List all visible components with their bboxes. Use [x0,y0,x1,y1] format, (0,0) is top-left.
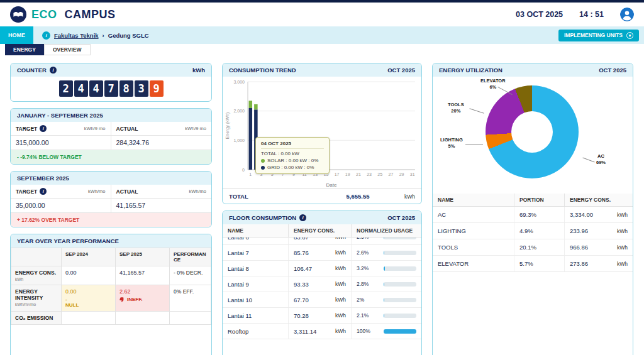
donut-label-lighting: LIGHTING5% [440,137,463,150]
floor-name: Rooftop [223,324,289,339]
tooltip-solar: SOLAR : 0.00 kW : 0% [267,158,318,163]
floor-name: Lantai 10 [223,292,289,307]
floor-table-rows[interactable]: Lantai 683.67kWh2.5%Lantai 785.76kWh2.6%… [223,238,421,355]
target-value: 35,000.00 [11,199,111,213]
svg-text:1,000: 1,000 [233,138,245,143]
svg-text:25: 25 [377,172,382,177]
yoy-metric: ENERGY CONS.kWh [11,266,62,285]
consumption-trend-chart[interactable]: 01,0002,0003,000135791113151719212325272… [223,77,421,188]
floor-row-lantai-10: Lantai 1067.70kWh2% [223,292,421,308]
header-time: 14 : 51 [579,10,604,19]
actual-label: ACTUAL [116,126,138,132]
floor-normalized: 2.5% [352,238,421,244]
floor-normalized: 100% [352,324,421,339]
yoy-table: SEP 2024SEP 2025PERFORMANCE ENERGY CONS.… [11,248,211,325]
floor-row-rooftop: Rooftop3,311.14kWh100% [223,324,421,339]
floor-row-lantai-6: Lantai 683.67kWh2.5% [223,238,421,245]
yoy-column-header: SEP 2024 [62,248,116,266]
yoy-card: YEAR OVER YEAR PERFORMANCE SEP 2024SEP 2… [10,234,212,355]
svg-text:3,000: 3,000 [233,80,245,84]
svg-text:31: 31 [410,172,415,177]
utilization-row-elevator: ELEVATOR5.7%273.86kWh [433,256,633,272]
dashboard-content: COUNTER i kWh 2447839 JANUARY - SEPTEMBE… [0,55,644,355]
target-info-icon[interactable]: i [40,188,47,195]
tab-overview[interactable]: OVERVIEW [44,44,91,55]
floor-table-header: NAME ENERGY CONS. NORMALIZED USAGE [223,224,421,238]
yoy-column-header: SEP 2025 [116,248,170,266]
svg-text:19: 19 [345,172,350,177]
trend-period: OCT 2025 [387,67,415,74]
thumbs-down-icon [119,297,125,302]
floor-normalized: 2.1% [352,308,421,323]
ecocampus-logo-icon [10,6,26,23]
utilization-row-tools: TOOLS20.1%966.86kWh [433,239,633,256]
tab-energy[interactable]: ENERGY [5,44,44,55]
floor-info-icon[interactable]: i [299,214,306,221]
chevron-down-icon: ▾ [626,32,633,39]
counter-digit: 2 [59,80,73,97]
util-name: LIGHTING [433,223,514,239]
floor-col-energy: ENERGY CONS. [289,224,352,237]
utilization-row-ac: AC69.3%3,334.00kWh [433,207,633,223]
util-energy: 966.86kWh [565,239,633,255]
counter-info-icon[interactable]: i [50,67,57,74]
donut-label-elevator: ELEVATOR6% [480,78,506,90]
yoy-prev-value [62,312,116,325]
usage-bar [384,329,416,334]
implementing-units-button[interactable]: IMPLEMENTING UNITS ▾ [558,30,639,41]
floor-name: Lantai 11 [223,308,289,323]
total-unit: kWh [404,194,415,200]
floor-col-normalized: NORMALIZED USAGE [352,224,421,237]
util-energy: 233.96kWh [565,223,633,239]
svg-text:Date: Date [326,182,337,188]
utilization-table-rows: AC69.3%3,334.00kWhLIGHTING4.9%233.96kWhT… [433,207,633,272]
yoy-curr-value: 41,165.57 [116,266,170,285]
brand-campus: CAMPUS [65,8,116,21]
energy-utilization-donut-chart[interactable]: ELEVATOR6% TOOLS20% LIGHTING5% AC69% [433,77,633,194]
usage-bar [384,251,416,255]
util-name: AC [433,207,514,222]
building-info-icon[interactable]: i [42,31,50,40]
svg-text:Energy (kWh): Energy (kWh) [225,112,230,139]
donut-callout-line [465,145,483,145]
breadcrumb-link-fakultas-teknik[interactable]: Fakultas Teknik [54,32,99,39]
breadcrumb-separator: › [103,32,104,39]
target-label: TARGET [16,188,37,195]
usage-bar [384,282,416,287]
tabs-row: ENERGY OVERVIEW [0,44,644,55]
floor-name: Lantai 9 [223,276,289,292]
consumption-trend-card: CONSUMPTION TREND OCT 2025 01,0002,0003,… [222,63,422,204]
yoy-row: CO₂ EMISSION [11,312,211,325]
floor-normalized: 2.6% [352,245,421,260]
util-energy: 273.86kWh [565,256,633,271]
floor-consumption-card: FLOOR CONSUMPTION i OCT 2025 NAME ENERGY… [222,210,422,355]
utilization-table-header: NAME PORTION ENERGY CONS. [433,194,633,207]
utilization-title: ENERGY UTILIZATION [439,67,502,74]
actual-label: ACTUAL [116,188,138,195]
user-avatar[interactable] [620,8,634,21]
september-title: SEPTEMBER 2025 [17,175,69,182]
svg-text:2,000: 2,000 [233,109,245,113]
usage-bar [384,298,416,302]
target-info-icon[interactable]: i [40,125,47,132]
util-name: ELEVATOR [433,256,514,271]
floor-energy: 83.67kWh [289,238,352,244]
counter-card: COUNTER i kWh 2447839 [10,63,212,102]
floor-row-lantai-9: Lantai 993.33kWh2.8% [223,276,421,292]
actual-unit: kWh/mo [189,188,206,194]
util-name: TOOLS [433,239,514,255]
svg-text:0: 0 [242,168,245,172]
trend-total-row: TOTAL 5,655.55 kWh [223,188,421,204]
util-col-portion: PORTION [514,194,565,206]
jan-sep-card: JANUARY - SEPTEMBER 2025 TARGET i kWh/9 … [10,108,212,165]
header-date: 03 OCT 2025 [516,10,563,19]
middle-column: CONSUMPTION TREND OCT 2025 01,0002,0003,… [222,63,422,355]
counter-digit: 9 [150,80,164,97]
counter-unit: kWh [192,67,205,74]
yoy-curr-value: 2.62INEFF. [116,285,170,312]
breadcrumb-bar: HOME i Fakultas Teknik › Gedung SGLC IMP… [0,26,644,44]
floor-name: Lantai 8 [223,261,289,276]
util-col-name: NAME [433,194,514,206]
home-button[interactable]: HOME [0,26,33,44]
yoy-performance [170,312,211,325]
